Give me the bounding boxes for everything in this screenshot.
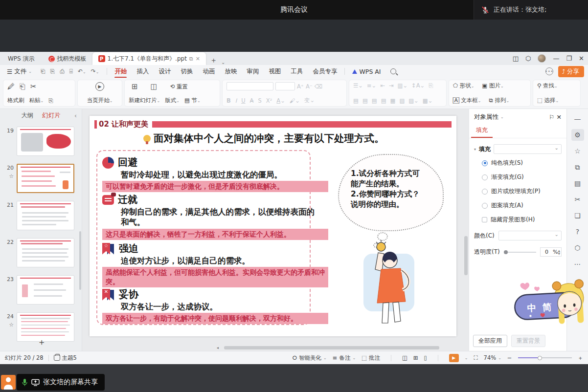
undo-icon[interactable]: ↶⌄	[78, 68, 86, 75]
menu-tab-view[interactable]: 视图	[264, 66, 285, 77]
share-button[interactable]: ⤴ 分享	[558, 66, 584, 77]
menu-tab-tools[interactable]: 工具	[286, 66, 307, 77]
scroll-left-arrow[interactable]: ◂	[217, 346, 219, 350]
slide-sorter-icon[interactable]: ⊞	[413, 354, 418, 361]
theme-button[interactable]: 主题5	[54, 354, 77, 362]
menu-tab-transition[interactable]: 切换	[176, 66, 197, 77]
pin-icon[interactable]: ⚐	[549, 113, 554, 121]
add-slide-button[interactable]: ＋	[37, 336, 46, 348]
redo-icon[interactable]: ↷⌄	[91, 68, 99, 75]
copy-icon[interactable]: ⎘	[48, 97, 53, 104]
slide-thumbnail-22[interactable]	[17, 238, 74, 267]
minimize-button[interactable]: —	[553, 55, 559, 62]
slide-thumbnail-21[interactable]	[17, 201, 74, 230]
workspace-icon[interactable]: ⬡	[525, 55, 531, 62]
reading-view-icon[interactable]: ▯	[424, 354, 427, 361]
comments-button[interactable]: ⬚ 批注	[362, 354, 380, 362]
apply-all-button[interactable]: 全部应用	[473, 335, 507, 347]
find-button[interactable]: ⚲ 查找⌄	[537, 82, 558, 89]
option-gradient-fill[interactable]: 渐变填充(G)	[469, 170, 566, 184]
paste-button[interactable]: 粘贴⌄	[29, 97, 44, 104]
menu-tab-design[interactable]: 设计	[154, 66, 175, 77]
slides-tab[interactable]: 幻灯片	[42, 111, 61, 120]
menu-tab-review[interactable]: 审阅	[242, 66, 263, 77]
play-from-current-button[interactable]: 当页开始⌄	[87, 97, 113, 104]
slide-canvas[interactable]: 02 让和声更美 面对集体中个人之间的冲突，主要有以下处理方式。 回避 暂时冷却…	[90, 116, 456, 336]
zoom-level[interactable]: 74%⌄	[484, 354, 501, 361]
vertical-scrollbar[interactable]	[464, 236, 468, 275]
beautify-button[interactable]: ⭘ 智能美化⌄	[293, 354, 327, 362]
close-button[interactable]: ✕	[579, 55, 584, 62]
new-slide-button[interactable]: 新建幻灯片⌄	[129, 97, 160, 104]
paste-icon[interactable]: ⎗	[20, 82, 25, 91]
horizontal-scrollbar[interactable]	[224, 346, 439, 349]
new-slide-icon[interactable]: ⊞	[132, 82, 138, 91]
help-icon[interactable]: ?	[571, 226, 584, 238]
sharer-avatar[interactable]	[1, 375, 16, 390]
color-dropdown[interactable]	[498, 231, 562, 240]
play-from-current-icon[interactable]: ▶	[95, 82, 104, 91]
tab-list-chevron[interactable]: ⌄	[221, 60, 225, 65]
textbox-button[interactable]: 🄰 文本框⌄	[453, 97, 481, 104]
effects-icon[interactable]: ☆	[571, 145, 584, 157]
menu-tab-wps-ai[interactable]: WPS AI	[348, 67, 385, 76]
format-painter-button[interactable]: 格式刷	[7, 97, 24, 104]
export-icon[interactable]: ⎘	[50, 68, 55, 75]
layout-button[interactable]: 版式⌄	[165, 97, 180, 104]
file-menu[interactable]: ☰ 文件 ⌄	[4, 67, 35, 76]
plugin-icon[interactable]: ⬡	[571, 242, 584, 254]
more-icon[interactable]: ⋯	[571, 258, 584, 270]
animation-pane-icon[interactable]: ⧉	[571, 161, 584, 173]
account-avatar[interactable]	[538, 54, 546, 63]
screen-share-banner[interactable]: 张文培的屏幕共享	[17, 374, 105, 391]
fill-preset-dropdown[interactable]	[494, 144, 562, 154]
chart-edit-icon[interactable]: ▤	[571, 177, 584, 189]
transparency-spinner[interactable]: 0 % ▲▼	[540, 247, 562, 257]
save-icon[interactable]: ⎗	[41, 68, 45, 75]
play-options-chevron[interactable]: ⌄	[465, 356, 468, 360]
tab-docer-templates[interactable]: 找稻壳模板	[43, 52, 92, 65]
normal-view-icon[interactable]: ◫	[402, 354, 407, 361]
option-hide-background[interactable]: 隐藏背景图形(H)	[469, 213, 566, 227]
menu-tab-home[interactable]: 开始	[110, 66, 131, 77]
reset-button[interactable]: ⟲ 重置	[170, 83, 188, 90]
navigation-icon[interactable]: ❏	[571, 210, 584, 221]
reset-background-button[interactable]: 重置背景	[511, 335, 545, 347]
layout-icon[interactable]: ◫	[151, 82, 158, 91]
properties-icon[interactable]: ⚙	[571, 129, 584, 141]
fit-window-icon[interactable]: ⛶	[474, 354, 478, 361]
menu-tab-animation[interactable]: 动画	[198, 66, 219, 77]
option-pattern-fill[interactable]: 图案填充(A)	[469, 198, 566, 213]
close-panel-icon[interactable]: ✕	[557, 113, 562, 121]
collapse-strip-icon[interactable]: —	[571, 113, 584, 125]
notes-button[interactable]: ≡ 备注⌄	[333, 354, 356, 362]
transparency-slider[interactable]	[504, 252, 536, 253]
zoom-slider[interactable]	[518, 357, 572, 358]
tools-icon[interactable]: ✂	[571, 194, 584, 205]
outline-tab[interactable]: 大纲	[21, 111, 33, 120]
print-icon[interactable]: ⎙	[60, 68, 65, 75]
share-doc-icon[interactable]: ⧉	[189, 56, 193, 62]
tab-document[interactable]: P 1.七下7.1《单音与和声》.ppt ⧉ ✕	[92, 52, 206, 65]
slide-thumbnail-23[interactable]	[17, 275, 74, 305]
tab-wps-home[interactable]: WPS 演示	[0, 52, 43, 65]
fill-tab[interactable]: 填充	[471, 125, 493, 138]
zoom-out-button[interactable]: −	[507, 354, 512, 361]
print-preview-icon[interactable]: ⌹	[69, 68, 73, 75]
panel-scrollbar[interactable]	[79, 231, 81, 290]
feedback-icon[interactable]: •••	[545, 67, 553, 75]
close-tab-icon[interactable]: ✕	[196, 56, 200, 62]
format-painter-icon[interactable]: 🖉	[7, 82, 15, 91]
arrange-button[interactable]: ⧉ 排列⌄	[489, 97, 510, 104]
new-tab-button[interactable]: ＋	[206, 56, 221, 65]
option-solid-fill[interactable]: 纯色填充(S)	[469, 156, 566, 170]
search-icon[interactable]	[390, 68, 396, 74]
menu-tab-slideshow[interactable]: 放映	[220, 66, 241, 77]
shapes-button[interactable]: ⬠ 形状⌄	[453, 82, 474, 89]
slideshow-play-button[interactable]: ▶	[449, 354, 459, 362]
cut-icon[interactable]: ✂	[30, 82, 37, 91]
restore-button[interactable]: ❐	[566, 55, 572, 62]
menu-tab-insert[interactable]: 插入	[132, 66, 153, 77]
zoom-in-button[interactable]: ＋	[578, 354, 584, 362]
menu-tab-member[interactable]: 会员专享	[308, 66, 341, 77]
